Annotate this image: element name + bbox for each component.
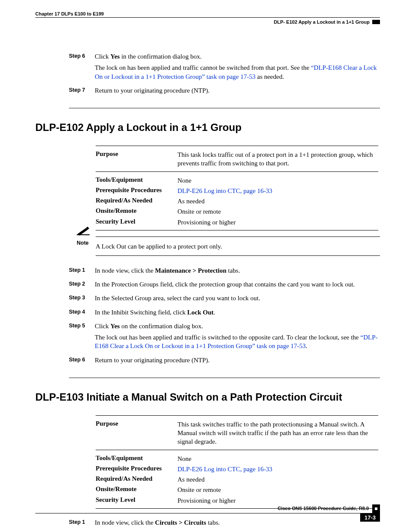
meta-val: Onsite or remote — [177, 485, 378, 494]
step-row: Step 6 Click Yes in the confirmation dia… — [69, 52, 380, 84]
bold-text: Yes — [110, 53, 120, 60]
rule — [96, 450, 378, 450]
meta-key: Security Level — [96, 496, 177, 505]
section-rule — [69, 377, 380, 378]
text: in the confirmation dialog box. — [120, 53, 202, 60]
step-body: In the Inhibit Switching field, click Lo… — [95, 308, 380, 319]
meta-val: As needed — [177, 475, 378, 484]
step-label: Step 3 — [69, 294, 95, 305]
meta-table: PurposeThis task locks traffic out of a … — [96, 146, 380, 230]
step-row: Step 2 In the Protection Groups field, c… — [69, 280, 380, 291]
page-footer: Cisco ONS 15600 Procedure Guide, R8.0 17… — [35, 504, 380, 522]
step-row: Step 3 In the Selected Group area, selec… — [69, 294, 380, 305]
step-body: Return to your originating procedure (NT… — [95, 356, 380, 367]
title-bar-block-icon — [372, 20, 380, 24]
step-body: In node view, click the Maintenance > Pr… — [95, 266, 380, 277]
text: Return to your originating procedure (NT… — [95, 356, 380, 364]
step-label: Step 5 — [69, 322, 95, 353]
bold-text: Yes — [110, 323, 120, 330]
text: In the Protection Groups field, click th… — [95, 280, 380, 289]
section-heading: DLP-E102 Apply a Lockout in a 1+1 Group — [35, 121, 380, 134]
step-body: Click Yes in the confirmation dialog box… — [95, 52, 380, 84]
page: Chapter 17 DLPs E100 to E199 DLP- E102 A… — [0, 0, 411, 532]
meta-key: Required/As Needed — [96, 197, 177, 205]
text: In the Selected Group area, select the c… — [95, 294, 380, 302]
text: . — [306, 342, 308, 349]
note-label: Note — [77, 240, 89, 246]
text: In node view, click the — [95, 267, 155, 274]
meta-val: As needed — [177, 197, 378, 205]
section-rule — [69, 108, 380, 109]
note-text: A Lock Out can be applied to a protect p… — [96, 240, 380, 253]
text: tabs. — [227, 267, 240, 274]
text: as needed. — [255, 73, 284, 80]
step-label: Step 6 — [69, 52, 95, 84]
meta-val: This task locks traffic out of a protect… — [177, 150, 378, 168]
meta-val: Onsite or remote — [177, 207, 378, 216]
footer-guide-title: Cisco ONS 15600 Procedure Guide, R8.0 — [35, 504, 372, 513]
rule — [96, 146, 378, 146]
text: The lock on has been applied and traffic… — [95, 64, 311, 71]
step-body: Click Yes on the confirmation dialog box… — [95, 322, 380, 353]
rule — [96, 236, 380, 237]
meta-val: None — [177, 176, 378, 185]
title-bar: DLP- E102 Apply a Lockout in a 1+1 Group — [35, 17, 380, 25]
meta-key: Purpose — [96, 420, 177, 446]
step-row: Step 7 Return to your originating proced… — [69, 86, 380, 97]
text: In the Inhibit Switching field, click — [95, 309, 187, 316]
section-heading: DLP-E103 Initiate a Manual Switch on a P… — [35, 391, 380, 403]
cross-ref-link[interactable]: DLP-E26 Log into CTC, page 16-33 — [177, 466, 272, 473]
meta-key: Onsite/Remote — [96, 207, 177, 216]
page-number-badge: 17-3 — [360, 513, 380, 522]
rule — [96, 255, 380, 256]
cross-ref-link[interactable]: DLP-E26 Log into CTC, page 16-33 — [177, 187, 272, 194]
step-label: Step 6 — [69, 356, 95, 367]
text: on the confirmation dialog box. — [120, 323, 203, 330]
text: Click — [95, 53, 110, 60]
rule — [96, 230, 378, 230]
step-body: In the Selected Group area, select the c… — [95, 294, 380, 305]
step-row: Step 6 Return to your originating proced… — [69, 356, 380, 367]
meta-table: PurposeThis task switches traffic to the… — [96, 415, 380, 509]
step-label: Step 2 — [69, 280, 95, 291]
meta-key: Prerequisite Procedures — [96, 187, 177, 195]
section-a-steps: Step 1 In node view, click the Maintenan… — [35, 264, 380, 367]
step-body: In the Protection Groups field, click th… — [95, 280, 380, 291]
note-block: Note A Lock Out can be applied to a prot… — [77, 236, 380, 256]
rule — [96, 415, 378, 416]
meta-val: This task switches traffic to the path p… — [177, 420, 378, 446]
chapter-header: Chapter 17 DLPs E100 to E199 — [35, 11, 380, 17]
text: . — [214, 309, 215, 316]
meta-key: Prerequisite Procedures — [96, 465, 177, 473]
meta-key: Purpose — [96, 150, 177, 168]
meta-key: Required/As Needed — [96, 475, 177, 484]
step-row: Step 4 In the Inhibit Switching field, c… — [69, 308, 380, 319]
meta-key: Onsite/Remote — [96, 485, 177, 494]
meta-key: Tools/Equipment — [96, 176, 177, 185]
step-label: Step 4 — [69, 308, 95, 319]
note-pencil-icon — [77, 226, 90, 237]
title-bar-text: DLP- E102 Apply a Lockout in a 1+1 Group — [274, 19, 370, 25]
meta-val: Provisioning or higher — [177, 496, 378, 505]
meta-val: None — [177, 454, 378, 463]
bold-text: Maintenance > Protection — [155, 267, 227, 274]
footer-mark-icon — [372, 504, 380, 513]
step-row: Step 1 In node view, click the Maintenan… — [69, 266, 380, 277]
text: Return to your originating procedure (NT… — [95, 86, 380, 95]
content: Step 6 Click Yes in the confirmation dia… — [35, 25, 380, 529]
text: Click — [95, 323, 110, 330]
step-label: Step 7 — [69, 86, 95, 97]
meta-val: Provisioning or higher — [177, 218, 378, 227]
step-body: Return to your originating procedure (NT… — [95, 86, 380, 97]
rule — [96, 171, 378, 172]
meta-key: Tools/Equipment — [96, 454, 177, 463]
step-label: Step 1 — [69, 266, 95, 277]
top-steps: Step 6 Click Yes in the confirmation dia… — [35, 52, 380, 97]
meta-key: Security Level — [96, 218, 177, 227]
bold-text: Lock Out — [187, 309, 214, 316]
step-row: Step 5 Click Yes on the confirmation dia… — [69, 322, 380, 353]
text: The lock out has been applied and traffi… — [95, 334, 361, 341]
